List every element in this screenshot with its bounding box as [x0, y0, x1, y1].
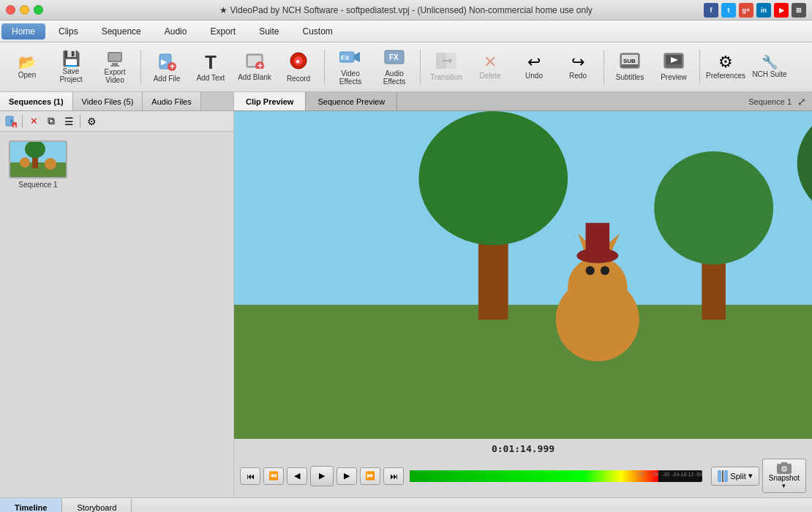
tab-clip-preview[interactable]: Clip Preview [234, 92, 306, 110]
open-button[interactable]: 📂 Open [6, 46, 48, 89]
step-forward-button[interactable]: ⏩ [360, 467, 380, 485]
sequence-title-text: Sequence 1 [748, 97, 792, 106]
time-display: 0:01:14.999 [240, 443, 806, 454]
panel-settings-btn[interactable]: ⚙ [83, 113, 99, 129]
undo-button[interactable]: ↩ Undo [513, 46, 555, 89]
menu-audio[interactable]: Audio [154, 23, 198, 39]
video-effects-label: Video Effects [332, 69, 369, 86]
record-label: Record [287, 75, 310, 83]
open-icon: 📂 [18, 55, 37, 69]
add-blank-icon: + [245, 53, 264, 72]
svg-point-75 [783, 467, 786, 470]
close-button[interactable] [6, 5, 15, 15]
video-frame [234, 111, 812, 439]
svg-point-67 [601, 266, 609, 275]
add-file-button[interactable]: ▶+ Add File [146, 46, 188, 89]
nch-suite-button[interactable]: 🔧 NCH Suite [748, 46, 791, 89]
facebook-icon[interactable]: f [704, 3, 718, 18]
play-button[interactable]: ▶ [310, 466, 334, 486]
toolbar: 📂 Open 💾 Save Project Export Video ▶+ Ad… [0, 42, 812, 92]
panel-sep2 [80, 115, 80, 128]
panel-add-btn[interactable]: + [3, 113, 19, 129]
record-button[interactable]: ● Record [277, 46, 320, 89]
panel-duplicate-btn[interactable]: ⧉ [43, 113, 59, 129]
svg-text:▶: ▶ [161, 58, 168, 66]
subtitles-label: Subtitles [616, 73, 644, 81]
expand-icon[interactable]: ⤢ [797, 96, 806, 108]
tab-timeline[interactable]: Timeline [0, 498, 62, 512]
svg-point-48 [418, 111, 568, 245]
redo-icon: ↪ [571, 54, 584, 70]
sep5 [699, 50, 700, 85]
menu-clips[interactable]: Clips [48, 23, 89, 39]
tab-storyboard[interactable]: Storyboard [62, 498, 132, 512]
menu-home[interactable]: Home [1, 23, 45, 39]
add-blank-button[interactable]: + Add Blank [233, 46, 276, 89]
menu-suite[interactable]: Suite [249, 23, 289, 39]
record-icon: ● [289, 51, 308, 73]
undo-label: Undo [525, 72, 543, 80]
skip-to-start-button[interactable]: ⏮ [240, 467, 260, 485]
title-bar: ★ VideoPad by NCH Software - softpediate… [0, 0, 812, 20]
subtitles-button[interactable]: SUB Subtitles [609, 46, 651, 89]
panel-sep1 [22, 115, 23, 128]
svg-point-49 [654, 151, 773, 265]
export-video-button[interactable]: Export Video [94, 46, 136, 89]
list-item[interactable]: Sequence 1 [9, 140, 67, 189]
svg-text:+: + [170, 61, 175, 71]
linkedin-icon[interactable]: in [756, 3, 771, 18]
panel-list-btn[interactable]: ☰ [61, 113, 77, 129]
svg-rect-2 [112, 63, 118, 65]
rewind-button[interactable]: ◀ [287, 467, 307, 485]
menu-export[interactable]: Export [200, 23, 246, 39]
preview-area: Clip Preview Sequence Preview Sequence 1… [234, 92, 812, 497]
youtube-icon[interactable]: ▶ [774, 3, 789, 18]
video-effects-button[interactable]: FX Video Effects [329, 46, 372, 89]
twitter-icon[interactable]: t [721, 3, 736, 18]
save-project-button[interactable]: 💾 Save Project [50, 46, 92, 89]
tab-video-files[interactable]: Video Files (5) [73, 92, 143, 110]
step-back-button[interactable]: ⏪ [263, 467, 284, 485]
tab-sequence-preview[interactable]: Sequence Preview [306, 92, 397, 110]
skip-to-end-button[interactable]: ⏭ [383, 467, 404, 485]
panel-delete-btn[interactable]: ✕ [26, 113, 42, 129]
fast-forward-button[interactable]: ▶ [337, 467, 357, 485]
undo-icon: ↩ [527, 54, 541, 70]
svg-rect-27 [622, 64, 638, 67]
panel-toolbar: + ✕ ⧉ ☰ ⚙ [0, 111, 233, 132]
maximize-button[interactable] [34, 5, 43, 15]
svg-rect-70 [718, 470, 721, 482]
menu-bar: Home Clips Sequence Audio Export Suite C… [0, 20, 812, 42]
add-text-icon: T [205, 52, 217, 73]
sep3 [420, 50, 421, 85]
audio-effects-button[interactable]: FX Audio Effects [373, 46, 416, 89]
split-button[interactable]: Split ▾ [711, 467, 759, 486]
preview-button[interactable]: Preview [653, 46, 695, 89]
split-dropdown-icon[interactable]: ▾ [748, 471, 753, 481]
transition-icon [436, 53, 456, 72]
grid-icon[interactable]: ⊞ [792, 3, 806, 18]
snapshot-button[interactable]: Snapshot ▾ [762, 459, 806, 493]
google-icon[interactable]: g+ [739, 3, 753, 18]
sequence-name: Sequence 1 ⤢ [748, 96, 812, 108]
clip-name: Sequence 1 [18, 181, 57, 189]
minimize-button[interactable] [20, 5, 29, 15]
delete-label: Delete [480, 72, 501, 80]
audio-effects-label: Audio Effects [376, 69, 413, 86]
delete-button: ✕ Delete [469, 46, 511, 89]
window-controls[interactable] [6, 5, 43, 15]
menu-custom[interactable]: Custom [292, 23, 342, 39]
redo-button[interactable]: ↪ Redo [557, 46, 599, 89]
preferences-icon: ⚙ [718, 54, 733, 70]
preferences-button[interactable]: ⚙ Preferences [704, 46, 747, 89]
tab-audio-files[interactable]: Audio Files [143, 92, 200, 110]
redo-label: Redo [569, 72, 587, 80]
menu-sequence[interactable]: Sequence [91, 23, 151, 39]
tab-sequences[interactable]: Sequences (1) [0, 92, 73, 110]
sep1 [140, 50, 141, 85]
svg-text:+: + [13, 122, 17, 127]
transition-button: Transition [425, 46, 467, 89]
add-text-button[interactable]: T Add Text [189, 46, 232, 89]
snapshot-dropdown-icon[interactable]: ▾ [782, 482, 786, 489]
svg-rect-69 [586, 223, 610, 256]
